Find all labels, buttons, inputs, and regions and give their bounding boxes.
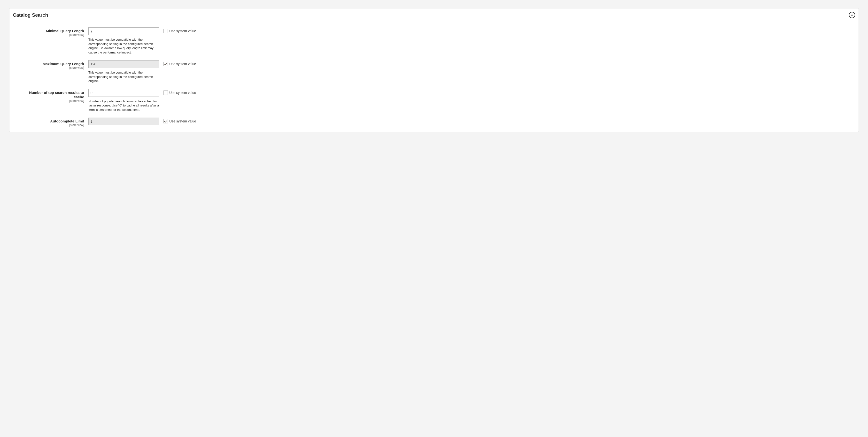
- label-text: Autocomplete Limit: [28, 119, 84, 124]
- top-search-results-cache-input[interactable]: [88, 89, 159, 97]
- use-system-value-label: Use system value: [169, 62, 196, 66]
- field-label: Minimal Query Length [store view]: [28, 27, 84, 37]
- field-autocomplete-limit: Autocomplete Limit [store view] Use syst…: [28, 117, 855, 127]
- scope-text: [store view]: [28, 124, 84, 127]
- field-maximum-query-length: Maximum Query Length [store view] This v…: [28, 60, 855, 83]
- use-system-value-checkbox[interactable]: [163, 29, 168, 33]
- field-label: Number of top search results to cache [s…: [28, 89, 84, 103]
- collapse-toggle[interactable]: [849, 12, 855, 18]
- label-text: Number of top search results to cache: [28, 91, 84, 99]
- field-top-search-results-cache: Number of top search results to cache [s…: [28, 89, 855, 112]
- help-text: Number of popular search terms to be cac…: [88, 99, 159, 112]
- help-text: This value must be compatible with the c…: [88, 37, 159, 55]
- help-text: This value must be compatible with the c…: [88, 70, 159, 83]
- field-label: Maximum Query Length [store view]: [28, 60, 84, 69]
- panel-body: Minimal Query Length [store view] This v…: [13, 21, 855, 132]
- maximum-query-length-input: [88, 60, 159, 68]
- scope-text: [store view]: [28, 66, 84, 69]
- use-system-value-label: Use system value: [169, 119, 196, 123]
- use-system-value-checkbox[interactable]: [163, 62, 168, 66]
- field-label: Autocomplete Limit [store view]: [28, 117, 84, 127]
- panel-header: Catalog Search: [13, 11, 855, 21]
- scope-text: [store view]: [28, 99, 84, 103]
- minimal-query-length-input[interactable]: [88, 27, 159, 35]
- use-system-value-checkbox[interactable]: [163, 119, 168, 124]
- panel-title: Catalog Search: [13, 12, 48, 18]
- catalog-search-panel: Catalog Search Minimal Query Length [sto…: [9, 8, 859, 132]
- scope-text: [store view]: [28, 33, 84, 37]
- label-text: Minimal Query Length: [28, 29, 84, 33]
- use-system-value-label: Use system value: [169, 91, 196, 95]
- autocomplete-limit-input: [88, 117, 159, 125]
- field-minimal-query-length: Minimal Query Length [store view] This v…: [28, 27, 855, 55]
- use-system-value-checkbox[interactable]: [163, 91, 168, 95]
- chevron-up-icon: [851, 14, 853, 16]
- label-text: Maximum Query Length: [28, 62, 84, 66]
- use-system-value-label: Use system value: [169, 29, 196, 33]
